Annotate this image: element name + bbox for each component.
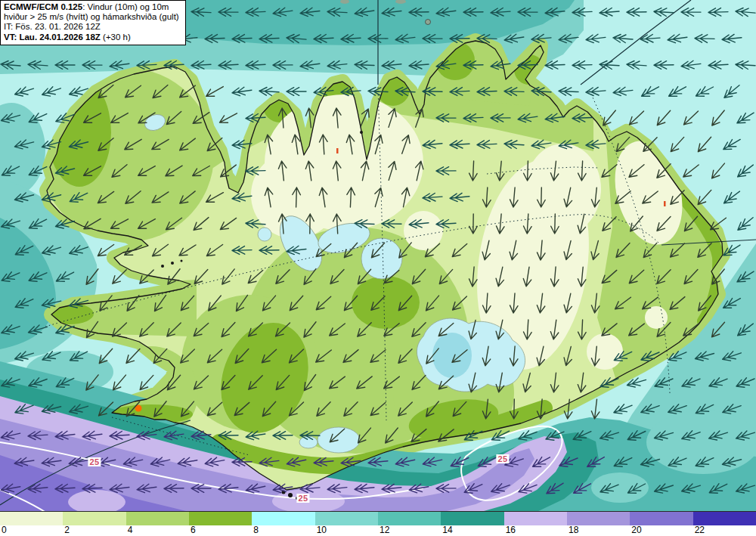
- minor-station-mark: [336, 148, 339, 153]
- valid-offset: (+30 h): [101, 33, 131, 42]
- legend-tick-label: 2: [64, 525, 70, 535]
- glacier-eyjafjallajokull: [299, 436, 318, 448]
- model-info-box: ECMWF/ECM 0.125: Vindur (10m) og 10m hvi…: [0, 0, 186, 45]
- weather-map: [0, 0, 756, 536]
- legend-color-scale: [0, 511, 756, 525]
- legend-swatch: [504, 512, 567, 525]
- gust-contour-value-label: 25: [496, 454, 509, 463]
- wind-speed-legend: 0246810121416182022: [0, 511, 756, 536]
- ocean-patch-se-light-1: [646, 411, 756, 474]
- island-breidafjordur-2: [171, 262, 174, 265]
- legend-tick-label: 20: [631, 525, 641, 535]
- legend-swatch: [126, 512, 189, 525]
- island-vestmannaeyjar-2: [288, 493, 293, 497]
- model-name: ECMWF/ECM 0.125: [4, 2, 82, 11]
- model-desc: : Vindur (10m) og 10m: [82, 2, 169, 11]
- legend-swatch: [441, 512, 503, 525]
- island-breidafjordur-1: [161, 265, 164, 268]
- legend-swatch: [0, 512, 63, 525]
- glacier-myrdalsjokull: [318, 427, 360, 453]
- land0-northeast-2: [525, 144, 601, 234]
- info-line-1: ECMWF/ECM 0.125: Vindur (10m) og 10m: [4, 2, 182, 12]
- gust-contour-value-label: 25: [88, 457, 101, 466]
- legend-tick-label: 18: [569, 525, 578, 535]
- legend-swatch: [63, 512, 125, 525]
- legend-tick-label: 4: [128, 525, 133, 535]
- info-line-4: VT: Lau. 24.01.2026 18Z (+30 h): [4, 33, 182, 42]
- legend-tick-label: 16: [506, 525, 516, 535]
- legend-swatch: [189, 512, 252, 525]
- land0-se-spot-2: [645, 306, 668, 329]
- island-breidafjordur-3: [181, 260, 183, 262]
- legend-tick-label: 14: [442, 525, 452, 535]
- info-line-2: hviður > 25 m/s (hvítt) og hámarkshviða …: [4, 12, 182, 22]
- ocean-patch-se-light-2: [591, 472, 649, 503]
- legend-swatch: [315, 512, 378, 525]
- legend-tick-label: 22: [695, 525, 705, 535]
- legend-tick-label: 12: [380, 525, 389, 535]
- legend-swatch: [693, 512, 756, 525]
- minor-station-mark: [664, 201, 666, 206]
- gust-contour-value-label: 25: [296, 494, 309, 503]
- legend-swatch: [378, 512, 441, 525]
- legend-tick-label: 6: [191, 525, 196, 535]
- glacier-small-west: [258, 228, 271, 241]
- legend-swatch: [252, 512, 314, 525]
- land0-se-spot-1: [587, 333, 623, 370]
- legend-tick-label: 10: [317, 525, 327, 535]
- weather-map-screen: ECMWF/ECM 0.125: Vindur (10m) og 10m hvi…: [0, 0, 756, 536]
- island-grimsey: [426, 20, 431, 25]
- legend-swatch: [630, 512, 692, 525]
- land6-center: [352, 276, 420, 329]
- legend-tick-label: 8: [253, 525, 259, 535]
- island-hrisey: [360, 131, 363, 134]
- glacier-vatnajokull-core: [432, 333, 472, 378]
- info-line-3-init-time: IT: Fös. 23. 01. 2026 12Z: [4, 22, 182, 32]
- legend-tick-label: 0: [2, 525, 7, 535]
- legend-tick-labels: 0246810121416182022: [0, 525, 756, 536]
- valid-time: VT: Lau. 24.01.2026 18Z: [4, 33, 101, 42]
- legend-swatch: [567, 512, 630, 525]
